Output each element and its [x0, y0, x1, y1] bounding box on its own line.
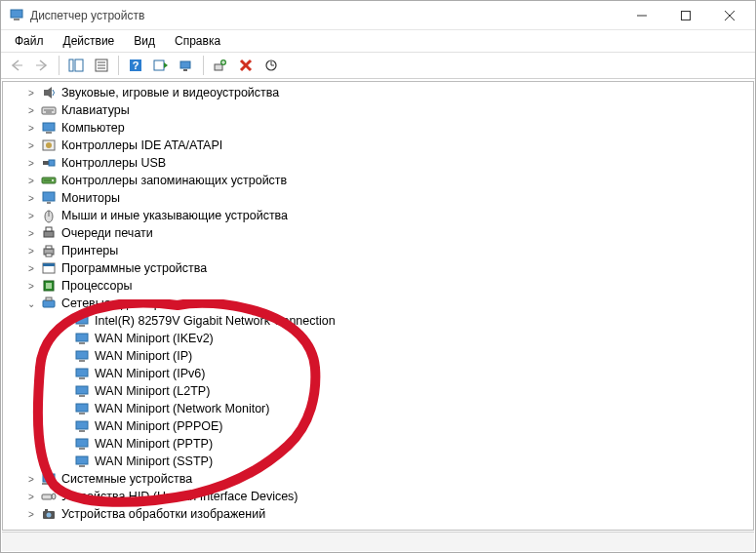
tree-item-label: Контроллеры IDE ATA/ATAPI: [61, 138, 222, 152]
tree-item-label: Клавиатуры: [61, 103, 130, 117]
tree-item-label: Устройства HID (Human Interface Devices): [61, 490, 298, 503]
expander-icon[interactable]: >: [24, 86, 38, 99]
tree-category[interactable]: > Клавиатуры: [3, 101, 753, 119]
tree-category[interactable]: > Программные устройства: [3, 259, 753, 277]
svg-rect-0: [11, 10, 22, 18]
tree-category[interactable]: > Устройства обработки изображений: [3, 505, 753, 523]
update-driver-button[interactable]: [259, 55, 283, 76]
tree-device[interactable]: WAN Miniport (IKEv2): [3, 330, 753, 347]
imaging-icon: [40, 505, 58, 523]
svg-text:?: ?: [133, 59, 139, 71]
sound-icon: [40, 84, 58, 101]
tree-item-label: Очереди печати: [61, 226, 153, 240]
forward-button[interactable]: [30, 55, 54, 76]
tree-category[interactable]: > Мыши и иные указывающие устройства: [3, 207, 753, 224]
help-button[interactable]: ?: [124, 55, 147, 76]
uninstall-button[interactable]: [234, 55, 258, 76]
tree-category[interactable]: > Компьютер: [3, 119, 753, 137]
netadapter-icon: [73, 417, 91, 435]
maximize-button[interactable]: [663, 1, 707, 29]
netadapter-icon: [73, 400, 91, 417]
tree-category[interactable]: > Звуковые, игровые и видеоустройства: [3, 84, 753, 101]
netadapter-icon: [73, 365, 91, 382]
minimize-button[interactable]: [619, 1, 663, 29]
device-tree: > Звуковые, игровые и видеоустройства > …: [3, 82, 753, 531]
tree-item-label: WAN Miniport (IKEv2): [95, 332, 214, 345]
tree-category[interactable]: > Контроллеры запоминающих устройств: [3, 172, 753, 189]
tree-category[interactable]: > Контроллеры IDE ATA/ATAPI: [3, 137, 753, 154]
monitor-icon: [40, 189, 58, 207]
storage-icon: [40, 172, 58, 189]
computer-icon: [40, 119, 58, 137]
tree-device[interactable]: WAN Miniport (PPPOE): [3, 417, 753, 435]
expander-icon[interactable]: >: [24, 490, 38, 503]
tree-category[interactable]: > Мониторы: [3, 189, 753, 207]
tree-item-label: Программные устройства: [61, 261, 207, 275]
device-tree-container[interactable]: > Звуковые, игровые и видеоустройства > …: [2, 81, 754, 531]
close-button[interactable]: [707, 1, 751, 29]
properties-button[interactable]: [90, 55, 113, 76]
status-bar: [2, 532, 754, 551]
expander-placeholder: [58, 454, 71, 468]
tree-device[interactable]: WAN Miniport (IP): [3, 347, 753, 365]
expander-icon[interactable]: >: [24, 279, 38, 293]
svg-rect-16: [154, 60, 164, 70]
menu-action[interactable]: Действие: [54, 32, 125, 50]
toolbar: ?: [1, 52, 755, 79]
tree-device[interactable]: WAN Miniport (Network Monitor): [3, 400, 753, 417]
expander-placeholder: [58, 367, 71, 380]
tree-category[interactable]: > Процессоры: [3, 277, 753, 295]
expander-icon[interactable]: >: [24, 156, 38, 170]
expander-icon[interactable]: >: [24, 174, 38, 187]
expander-icon[interactable]: >: [24, 244, 38, 257]
menu-file[interactable]: Файл: [5, 32, 54, 50]
mouse-icon: [40, 207, 58, 224]
expander-icon[interactable]: >: [24, 103, 38, 117]
expander-icon[interactable]: >: [24, 472, 38, 486]
menu-view[interactable]: Вид: [124, 32, 165, 50]
back-button[interactable]: [5, 55, 28, 76]
tree-item-label: WAN Miniport (PPTP): [95, 437, 213, 451]
tree-item-label: WAN Miniport (IP): [95, 349, 192, 363]
tree-device[interactable]: Intel(R) 82579V Gigabit Network Connecti…: [3, 312, 753, 330]
tree-item-label: Контроллеры USB: [61, 156, 166, 170]
tree-category[interactable]: > Устройства HID (Human Interface Device…: [3, 488, 753, 505]
tree-category[interactable]: > Принтеры: [3, 242, 753, 259]
tree-item-label: Звуковые, игровые и видеоустройства: [61, 86, 279, 99]
tree-device[interactable]: WAN Miniport (IPv6): [3, 365, 753, 382]
expander-icon[interactable]: >: [24, 121, 38, 135]
expander-placeholder: [58, 437, 71, 451]
menu-help[interactable]: Справка: [165, 32, 230, 50]
software-icon: [40, 259, 58, 277]
tree-category[interactable]: > Системные устройства: [3, 470, 753, 488]
tree-category[interactable]: > Очереди печати: [3, 224, 753, 242]
system-icon: [40, 470, 58, 488]
tree-item-label: WAN Miniport (PPPOE): [95, 419, 223, 433]
svg-rect-9: [75, 59, 83, 71]
svg-rect-19: [215, 64, 222, 70]
expander-icon[interactable]: >: [24, 191, 38, 205]
scan-hardware-button[interactable]: [175, 55, 198, 76]
netadapter-icon: [73, 382, 91, 400]
tree-category[interactable]: ⌄ Сетевые адаптеры: [3, 295, 753, 312]
tree-device[interactable]: WAN Miniport (PPTP): [3, 435, 753, 453]
expander-icon[interactable]: >: [24, 226, 38, 240]
expander-icon[interactable]: >: [24, 209, 38, 222]
keyboard-icon: [40, 101, 58, 119]
tree-device[interactable]: WAN Miniport (SSTP): [3, 453, 753, 470]
show-hide-tree-button[interactable]: [64, 55, 88, 76]
printqueue-icon: [40, 224, 58, 242]
expander-placeholder: [58, 384, 71, 398]
expander-icon[interactable]: >: [24, 507, 38, 521]
expander-icon[interactable]: >: [24, 261, 38, 275]
action-button[interactable]: [149, 55, 173, 76]
expander-placeholder: [58, 402, 71, 415]
tree-device[interactable]: WAN Miniport (L2TP): [3, 382, 753, 400]
svg-rect-17: [180, 61, 190, 68]
add-legacy-hardware-button[interactable]: [209, 55, 232, 76]
expander-icon[interactable]: ⌄: [24, 296, 38, 310]
tree-item-label: Процессоры: [61, 279, 132, 293]
tree-category[interactable]: > Контроллеры USB: [3, 154, 753, 172]
expander-icon[interactable]: >: [24, 138, 38, 152]
ide-icon: [40, 137, 58, 154]
